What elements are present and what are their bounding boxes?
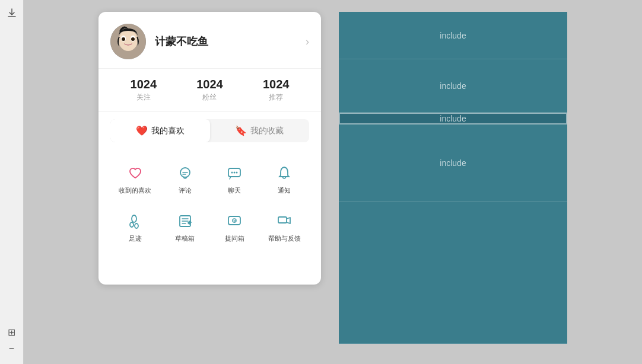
tab-likes[interactable]: ❤️ 我的喜欢 bbox=[110, 119, 210, 142]
menu-item-chat[interactable]: 聊天 bbox=[210, 155, 260, 203]
comment-label: 评论 bbox=[179, 186, 192, 195]
tab-likes-label: 我的喜欢 bbox=[151, 126, 185, 136]
menu-item-likes-received[interactable]: 收到的喜欢 bbox=[110, 155, 160, 203]
download-icon[interactable] bbox=[5, 6, 19, 20]
svg-point-13 bbox=[135, 223, 138, 228]
tab-favorites-label: 我的收藏 bbox=[250, 126, 284, 136]
svg-point-8 bbox=[231, 172, 233, 174]
menu-item-comment[interactable]: 评论 bbox=[160, 155, 210, 203]
svg-text:?: ? bbox=[233, 219, 236, 223]
footprint-icon bbox=[126, 212, 145, 231]
expand-icon[interactable]: ⊞ bbox=[5, 325, 19, 339]
include-section-5[interactable] bbox=[339, 202, 567, 344]
heart-tab-icon: ❤️ bbox=[136, 125, 148, 136]
stat-recommend: 1024 推荐 bbox=[263, 78, 290, 103]
menu-grid: 收到的喜欢 评论 bbox=[98, 149, 321, 257]
bell-icon bbox=[275, 164, 294, 183]
profile-header: 计蒙不吃鱼 › bbox=[98, 12, 321, 69]
tab-favorites[interactable]: 🔖 我的收藏 bbox=[210, 119, 310, 142]
include-label-2: include bbox=[440, 81, 466, 91]
minus-icon[interactable]: − bbox=[5, 341, 19, 356]
notification-label: 通知 bbox=[278, 186, 291, 195]
chevron-right-icon[interactable]: › bbox=[306, 36, 309, 48]
heart-outline-icon bbox=[126, 164, 145, 183]
left-toolbar bbox=[0, 0, 24, 364]
avatar bbox=[110, 24, 146, 59]
chat-icon bbox=[225, 164, 244, 183]
username: 计蒙不吃鱼 bbox=[155, 34, 208, 49]
profile-card: 计蒙不吃鱼 › 1024 关注 1024 粉丝 1024 推荐 ❤️ 我的喜欢 bbox=[98, 12, 321, 285]
menu-item-notification[interactable]: 通知 bbox=[259, 155, 309, 203]
include-section-1[interactable]: include bbox=[339, 12, 567, 59]
comment-icon bbox=[176, 164, 195, 183]
include-label-1: include bbox=[440, 31, 466, 40]
include-label-3: include bbox=[440, 114, 466, 123]
menu-item-footprint[interactable]: 足迹 bbox=[110, 203, 160, 251]
bottom-left-panel: ⊞ − bbox=[0, 317, 24, 364]
chat-label: 聊天 bbox=[228, 186, 241, 195]
feedback-icon bbox=[275, 212, 294, 231]
question-icon: ? bbox=[225, 212, 244, 231]
recommend-label: 推荐 bbox=[269, 92, 283, 103]
menu-item-draft[interactable]: 草稿箱 bbox=[160, 203, 210, 251]
following-label: 关注 bbox=[136, 92, 151, 103]
likes-received-label: 收到的喜欢 bbox=[119, 186, 151, 195]
menu-item-question[interactable]: ? 捉问箱 bbox=[210, 203, 260, 251]
svg-point-10 bbox=[236, 172, 238, 174]
stat-followers: 1024 粉丝 bbox=[196, 78, 223, 103]
main-area: 计蒙不吃鱼 › 1024 关注 1024 粉丝 1024 推荐 ❤️ 我的喜欢 bbox=[24, 0, 642, 364]
feedback-label: 帮助与反馈 bbox=[268, 234, 301, 243]
question-label: 捉问箱 bbox=[225, 234, 244, 243]
recommend-count: 1024 bbox=[263, 78, 290, 91]
draft-label: 草稿箱 bbox=[175, 234, 195, 243]
stat-following: 1024 关注 bbox=[131, 78, 157, 103]
right-panel: include include include include bbox=[339, 12, 567, 344]
following-count: 1024 bbox=[131, 78, 157, 91]
include-section-4[interactable]: include bbox=[339, 124, 567, 202]
include-section-2[interactable]: include bbox=[339, 59, 567, 113]
svg-point-5 bbox=[131, 37, 135, 41]
include-section-3[interactable]: include bbox=[339, 113, 567, 124]
tab-row: ❤️ 我的喜欢 🔖 我的收藏 bbox=[110, 119, 309, 142]
footprint-label: 足迹 bbox=[129, 234, 142, 243]
menu-item-feedback[interactable]: 帮助与反馈 bbox=[259, 203, 309, 251]
svg-point-4 bbox=[122, 37, 125, 41]
svg-point-11 bbox=[132, 215, 136, 222]
svg-point-9 bbox=[234, 172, 236, 174]
draft-icon bbox=[176, 212, 195, 231]
svg-point-12 bbox=[130, 222, 134, 227]
svg-rect-18 bbox=[278, 217, 287, 223]
bookmark-tab-icon: 🔖 bbox=[235, 125, 247, 136]
include-label-4: include bbox=[440, 158, 466, 168]
stats-row: 1024 关注 1024 粉丝 1024 推荐 bbox=[98, 69, 321, 112]
followers-count: 1024 bbox=[196, 78, 223, 91]
followers-label: 粉丝 bbox=[202, 92, 217, 103]
